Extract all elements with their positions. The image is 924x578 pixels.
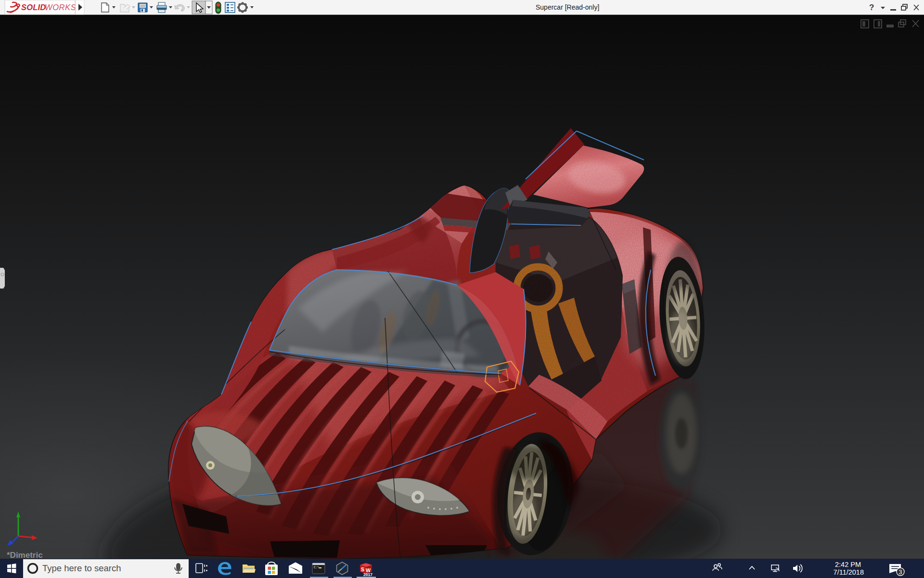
svg-text:2:42 PM: 2:42 PM <box>835 561 861 568</box>
svg-text:?: ? <box>869 3 874 12</box>
svg-text:S: S <box>361 566 364 572</box>
svg-text:SOLID: SOLID <box>21 3 46 12</box>
svg-text:2017: 2017 <box>363 572 372 577</box>
svg-text:7/11/2018: 7/11/2018 <box>834 568 864 576</box>
svg-text:Type here to search: Type here to search <box>42 563 121 573</box>
svg-text:WORKS: WORKS <box>45 3 76 12</box>
svg-text:Supercar [Read-only]: Supercar [Read-only] <box>536 3 599 11</box>
svg-text:*Dimetric: *Dimetric <box>7 551 43 559</box>
svg-text:C:\: C:\ <box>314 566 320 569</box>
svg-text:3: 3 <box>899 569 902 576</box>
